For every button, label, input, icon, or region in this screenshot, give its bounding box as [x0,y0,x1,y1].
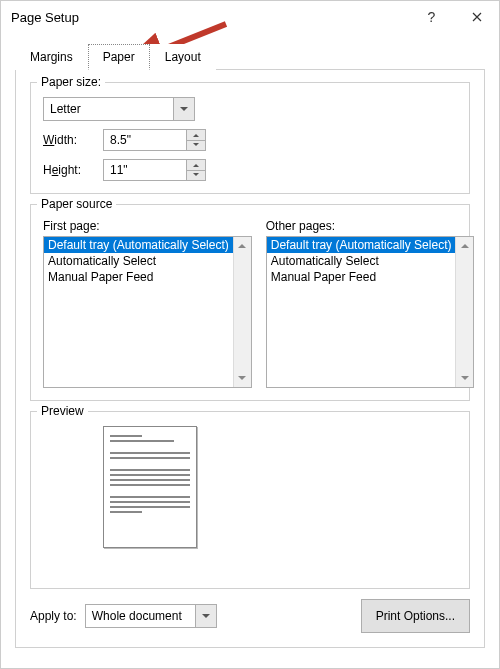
dialog-button-bar: Set As Default OK Cancel [1,660,499,669]
other-pages-label: Other pages: [266,219,475,233]
width-up-button[interactable] [187,130,205,141]
scrollbar[interactable] [233,237,251,387]
list-item[interactable]: Automatically Select [44,253,233,269]
titlebar: Page Setup ? [1,1,499,33]
paper-size-combo[interactable]: Letter [43,97,195,121]
page-setup-dialog: Page Setup ? Margins Paper Layout Paper … [0,0,500,669]
first-page-label: First page: [43,219,252,233]
print-options-button[interactable]: Print Options... [361,599,470,633]
tab-content-paper: Paper size: Letter Width: [15,70,485,648]
preview-page [103,426,197,548]
paper-size-value: Letter [44,102,173,116]
group-preview: Preview [30,411,470,589]
tab-layout[interactable]: Layout [150,44,216,70]
apply-to-label: Apply to: [30,609,77,623]
chevron-down-icon [195,605,216,627]
scroll-down-icon[interactable] [234,370,251,387]
width-spinner[interactable] [103,129,206,151]
tab-strip: Margins Paper Layout [15,43,485,70]
width-down-button[interactable] [187,141,205,151]
paper-source-legend: Paper source [37,197,116,211]
height-label: Height: [43,163,97,177]
help-button[interactable]: ? [409,1,454,33]
first-page-listbox[interactable]: Default tray (Automatically Select) Auto… [43,236,252,388]
height-input[interactable] [103,159,187,181]
close-icon [472,12,482,22]
scroll-up-icon[interactable] [456,237,473,254]
list-item[interactable]: Automatically Select [267,253,456,269]
apply-to-value: Whole document [86,609,195,623]
list-item[interactable]: Default tray (Automatically Select) [267,237,456,253]
scroll-down-icon[interactable] [456,370,473,387]
width-label: Width: [43,133,97,147]
other-pages-listbox[interactable]: Default tray (Automatically Select) Auto… [266,236,475,388]
scroll-up-icon[interactable] [234,237,251,254]
dialog-title: Page Setup [11,10,409,25]
list-item[interactable]: Manual Paper Feed [267,269,456,285]
chevron-down-icon [173,98,194,120]
width-input[interactable] [103,129,187,151]
paper-size-legend: Paper size: [37,75,105,89]
tab-paper[interactable]: Paper [88,44,150,70]
scrollbar[interactable] [455,237,473,387]
apply-to-combo[interactable]: Whole document [85,604,217,628]
close-button[interactable] [454,1,499,33]
list-item[interactable]: Manual Paper Feed [44,269,233,285]
tab-margins[interactable]: Margins [15,44,88,70]
preview-legend: Preview [37,404,88,418]
list-item[interactable]: Default tray (Automatically Select) [44,237,233,253]
group-paper-size: Paper size: Letter Width: [30,82,470,194]
height-down-button[interactable] [187,171,205,181]
height-up-button[interactable] [187,160,205,171]
group-paper-source: Paper source First page: Default tray (A… [30,204,470,401]
height-spinner[interactable] [103,159,206,181]
help-icon: ? [428,9,436,25]
